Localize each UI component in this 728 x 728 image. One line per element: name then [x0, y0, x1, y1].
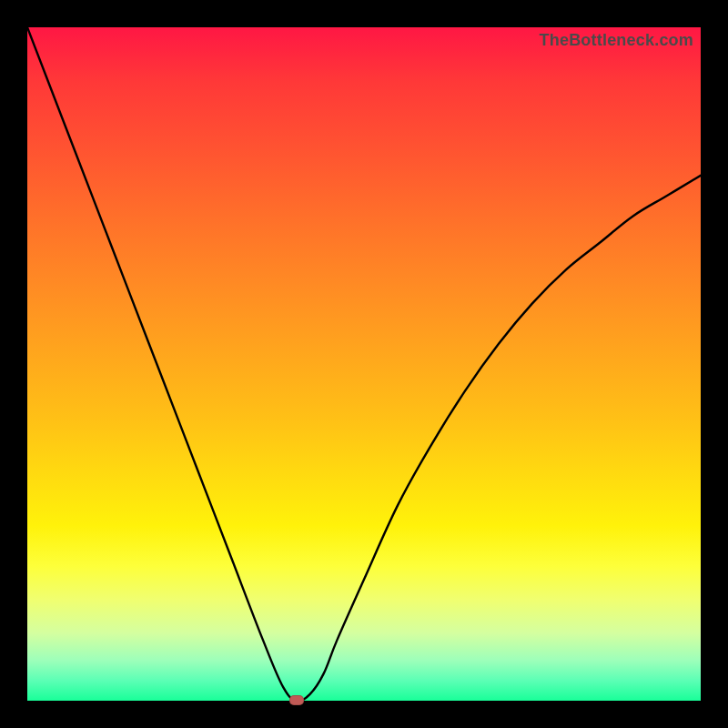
- bottleneck-curve: [27, 27, 701, 701]
- chart-container: TheBottleneck.com: [0, 0, 728, 728]
- minimum-marker: [289, 695, 304, 705]
- curve-svg: [27, 27, 701, 701]
- plot-area: TheBottleneck.com: [27, 27, 701, 701]
